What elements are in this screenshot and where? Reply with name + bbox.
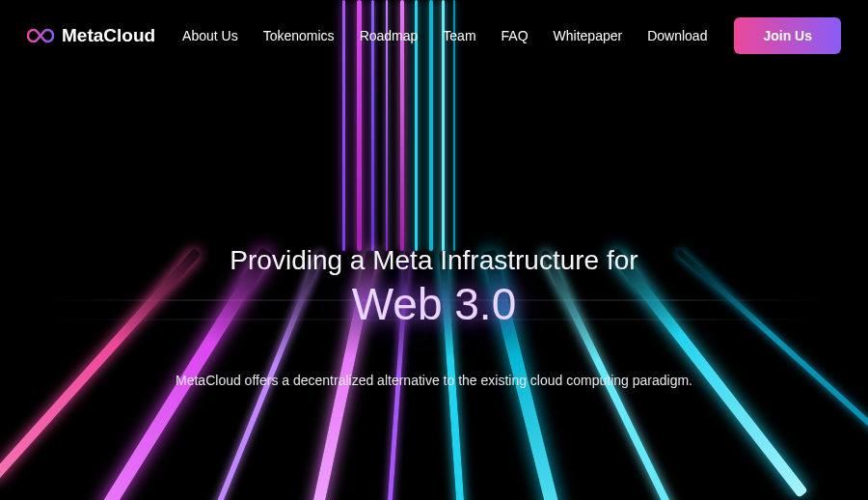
nav-tokenomics[interactable]: Tokenomics — [263, 28, 335, 43]
nav-faq[interactable]: FAQ — [502, 28, 529, 43]
nav-team[interactable]: Team — [443, 28, 475, 43]
hero-heading-line1: Providing a Meta Infrastructure for — [0, 245, 868, 276]
header: MetaCloud About Us Tokenomics Roadmap Te… — [0, 0, 868, 71]
nav-about-us[interactable]: About Us — [182, 28, 238, 43]
hero-subtitle: MetaCloud offers a decentralized alterna… — [0, 373, 868, 388]
hero-section: Providing a Meta Infrastructure for Web … — [0, 245, 868, 388]
nav-download[interactable]: Download — [647, 28, 707, 43]
nav-whitepaper[interactable]: Whitepaper — [554, 28, 623, 43]
brand-name: MetaCloud — [62, 25, 155, 46]
nav-roadmap[interactable]: Roadmap — [360, 28, 419, 43]
infinity-icon — [27, 26, 54, 45]
hero-heading-line2: Web 3.0 — [0, 278, 868, 330]
brand-logo[interactable]: MetaCloud — [27, 25, 155, 46]
primary-nav: About Us Tokenomics Roadmap Team FAQ Whi… — [182, 28, 707, 43]
join-us-button[interactable]: Join Us — [734, 17, 841, 54]
